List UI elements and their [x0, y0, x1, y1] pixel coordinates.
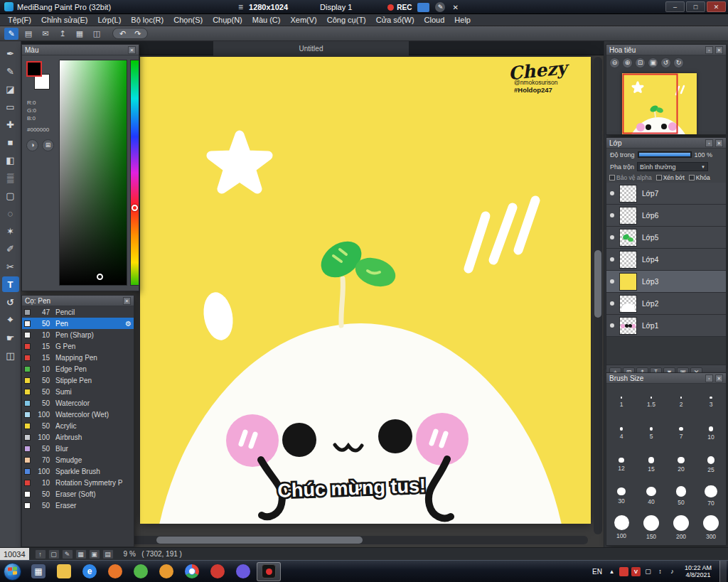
- hidden-icons-arrow[interactable]: ▴: [607, 567, 616, 576]
- status-edit-icon[interactable]: ✎: [62, 549, 73, 559]
- brush-item[interactable]: 50Eraser (Soft): [22, 488, 134, 500]
- layers-float-icon[interactable]: ▫: [705, 139, 713, 147]
- explorer-icon[interactable]: [52, 562, 76, 581]
- eyedropper-tool[interactable]: ⌖: [2, 312, 19, 328]
- message-icon[interactable]: ✉: [38, 28, 53, 40]
- color-panel-close-icon[interactable]: ✕: [128, 46, 136, 54]
- brush-item[interactable]: 50Pen⚙: [22, 318, 134, 329]
- network-tray-icon[interactable]: ↕: [655, 567, 665, 576]
- color-wheel-icon[interactable]: ◑: [26, 139, 38, 151]
- recorder-icon[interactable]: [257, 562, 281, 581]
- minimize-button[interactable]: –: [665, 1, 685, 12]
- brush-item[interactable]: 15G Pen: [22, 340, 134, 352]
- recorder-pencil-icon[interactable]: ✎: [435, 2, 445, 12]
- layer-row[interactable]: Lớp7: [606, 183, 726, 205]
- opera-icon[interactable]: [205, 562, 230, 581]
- brush-item[interactable]: 50Acrylic: [22, 420, 134, 431]
- rotate-view-tool[interactable]: ↺: [2, 294, 19, 310]
- app-icon-1[interactable]: ▦: [26, 562, 50, 581]
- display-tray-icon[interactable]: ▢: [643, 567, 653, 576]
- show-desktop-button[interactable]: [719, 561, 727, 582]
- status-grid-icon[interactable]: ▦: [75, 549, 87, 559]
- menu-item-11[interactable]: Cloud: [419, 14, 450, 26]
- brush-size-option[interactable]: 70: [696, 480, 726, 512]
- select-pen-tool[interactable]: ✐: [2, 241, 19, 257]
- sv-cursor-icon[interactable]: [97, 274, 103, 280]
- layer-row[interactable]: Lớp5: [606, 227, 726, 249]
- recorder-menu-icon[interactable]: ≡: [238, 2, 243, 12]
- palette-icon[interactable]: ⊞: [42, 139, 54, 151]
- menu-item-6[interactable]: Chụp(N): [208, 14, 247, 26]
- brush-item[interactable]: 70Smudge: [22, 454, 134, 465]
- clipping-checkbox[interactable]: Xén bớt: [656, 174, 685, 181]
- brush-panel-close-icon[interactable]: ✕: [123, 297, 131, 305]
- layer-visible-icon[interactable]: [610, 301, 614, 306]
- layer-visible-icon[interactable]: [610, 257, 614, 262]
- brush-item[interactable]: 50Stipple Pen: [22, 374, 134, 386]
- close-button[interactable]: ✕: [707, 1, 726, 12]
- select-eraser-tool[interactable]: ✂: [2, 259, 19, 274]
- brush-settings-gear-icon[interactable]: ⚙: [125, 320, 132, 328]
- brush-size-option[interactable]: 3: [696, 387, 726, 418]
- brush-item[interactable]: 10Pen (Sharp): [22, 329, 134, 340]
- rotate-left-icon[interactable]: ↺: [660, 58, 671, 68]
- menu-item-2[interactable]: Chỉnh sửa(E): [36, 14, 92, 26]
- lasso-select-tool[interactable]: ◌: [2, 205, 19, 221]
- zoom-out-icon[interactable]: ⊖: [609, 58, 620, 68]
- brush-item[interactable]: 100Watercolor (Wet): [22, 409, 134, 420]
- status-save-icon[interactable]: ▤: [102, 549, 114, 559]
- recorder-stop-button[interactable]: [417, 3, 429, 12]
- orange-app-icon[interactable]: [154, 562, 178, 581]
- tray-app-icon[interactable]: [619, 567, 628, 576]
- brush-size-option[interactable]: 4: [606, 418, 636, 449]
- divide-tool[interactable]: ◫: [2, 347, 19, 363]
- purple-app-icon[interactable]: [231, 562, 255, 581]
- text-tool[interactable]: T: [2, 276, 19, 292]
- brush-item[interactable]: 100Airbrush: [22, 431, 134, 443]
- firefox-icon[interactable]: [103, 562, 127, 581]
- brush-size-option[interactable]: 25: [696, 449, 726, 480]
- internet-explorer-icon[interactable]: e: [77, 562, 102, 581]
- saturation-value-picker[interactable]: [59, 60, 127, 286]
- brush-item[interactable]: 15Mapping Pen: [22, 352, 134, 363]
- menu-item-3[interactable]: Lớp(L): [92, 14, 126, 26]
- language-indicator[interactable]: EN: [591, 568, 604, 576]
- brush-size-option[interactable]: 1.5: [636, 387, 666, 418]
- maximize-button[interactable]: □: [686, 1, 705, 12]
- hue-slider[interactable]: [130, 60, 139, 286]
- magic-wand-tool[interactable]: ✶: [2, 223, 19, 239]
- blend-mode-select[interactable]: Bình thường ▼: [637, 162, 708, 171]
- layer-row[interactable]: Lớp3: [606, 271, 726, 293]
- brush-size-option[interactable]: 20: [666, 449, 696, 480]
- document-tab[interactable]: Untitled: [213, 41, 409, 55]
- foreground-color-swatch[interactable]: [26, 61, 42, 77]
- opacity-slider[interactable]: [638, 151, 692, 158]
- recorder-close-icon[interactable]: ✕: [452, 4, 458, 11]
- layer-visible-icon[interactable]: [610, 213, 614, 217]
- menu-item-12[interactable]: Help: [449, 14, 476, 26]
- unikey-icon[interactable]: V: [631, 567, 641, 576]
- layer-visible-icon[interactable]: [610, 191, 614, 195]
- brush-size-option[interactable]: 100: [606, 512, 636, 543]
- menu-item-8[interactable]: Xem(V): [285, 14, 321, 26]
- brush-settings-icon[interactable]: ✎: [4, 28, 18, 40]
- navigator-thumbnail[interactable]: [622, 73, 697, 134]
- move-tool[interactable]: ✚: [2, 117, 19, 132]
- horizontal-scroll-thumb[interactable]: [156, 537, 363, 544]
- rotate-right-icon[interactable]: ↻: [673, 58, 684, 68]
- select-tool[interactable]: ▢: [2, 188, 19, 203]
- brush-size-option[interactable]: 15: [636, 449, 666, 480]
- lock-checkbox[interactable]: Khóa: [689, 174, 710, 181]
- save-icon[interactable]: ▤: [21, 28, 36, 40]
- brush-size-option[interactable]: 5: [636, 418, 666, 449]
- menu-item-9[interactable]: Công cụ(T): [322, 14, 371, 26]
- hand-tool[interactable]: ☛: [2, 330, 19, 345]
- navigator-close-icon[interactable]: ✕: [715, 46, 723, 54]
- brush-item[interactable]: 50Eraser: [22, 500, 134, 511]
- brush-size-option[interactable]: 12: [606, 449, 636, 480]
- brush-size-option[interactable]: 300: [696, 512, 726, 543]
- menu-item-7[interactable]: Màu (C): [247, 14, 286, 26]
- brush-size-option[interactable]: 150: [636, 512, 666, 543]
- pen-tool[interactable]: ✒: [2, 45, 19, 61]
- brush-size-option[interactable]: 2: [666, 387, 696, 418]
